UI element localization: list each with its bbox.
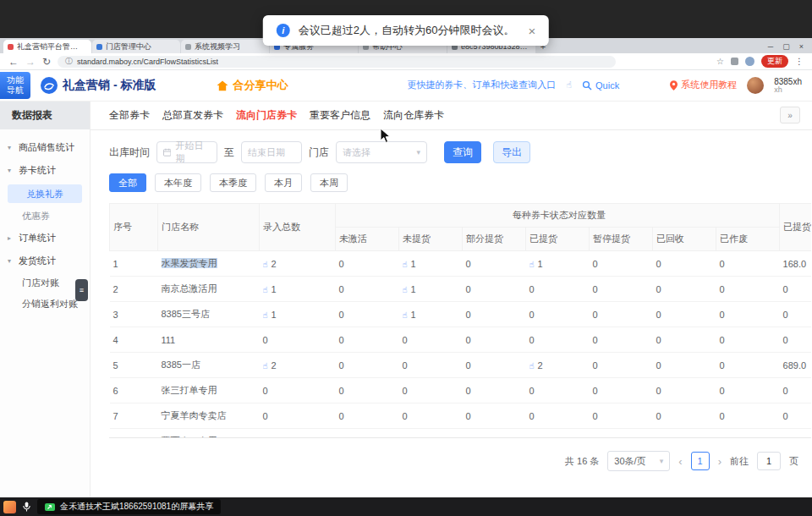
- tab-warehouse-flow-cards[interactable]: 流向仓库券卡: [383, 108, 444, 123]
- quick-label: Quick: [595, 80, 619, 91]
- column-header-total: 录入总数: [260, 204, 336, 251]
- pointer-link-icon[interactable]: ☝: [263, 260, 268, 269]
- sidebar-item-card-stats[interactable]: ▾ 券卡统计: [0, 159, 90, 182]
- pointer-link-icon[interactable]: ☝: [403, 260, 408, 269]
- sidebar-title: 数据报表: [0, 102, 90, 129]
- url-field[interactable]: ⓘ standard.maboy.cn/CardFlowStatisticsLi…: [58, 56, 616, 68]
- screen: i 会议已超过2人，自动转为60分钟限时会议。 × 礼盒营销平台管理中心门店管理…: [0, 0, 812, 516]
- bookmark-icon[interactable]: ☆: [716, 57, 724, 66]
- cell-store-name: 8385一店: [158, 353, 260, 378]
- toast-close-icon[interactable]: ×: [528, 24, 535, 38]
- pointer-link-icon[interactable]: ☝: [529, 361, 535, 371]
- sidebar-item-order-stats[interactable]: ▸ 订单统计: [0, 227, 90, 250]
- search-button[interactable]: 查询: [444, 141, 481, 163]
- cell-count: ☝1: [399, 277, 463, 302]
- tab-hq-direct-cards[interactable]: 总部直发券卡: [162, 108, 223, 123]
- goto-page-input[interactable]: [757, 452, 781, 470]
- screen-share-pill: 金禾通技术王斌18662591081的屏幕共享: [37, 499, 221, 514]
- column-header-amount: 已提货金额: [780, 204, 811, 251]
- sidebar-item-exchange-coupon[interactable]: 兑换礼券: [8, 184, 82, 203]
- cell-count: 0: [590, 353, 653, 378]
- pointer-link-icon[interactable]: ☝: [263, 310, 268, 320]
- pointer-link-icon[interactable]: ☝: [263, 361, 268, 371]
- cell-count: 0: [336, 302, 399, 327]
- tab-key-customer-info[interactable]: 重要客户信息: [310, 108, 370, 123]
- quick-filter-month[interactable]: 本月: [265, 173, 302, 192]
- share-app-icon[interactable]: [3, 501, 16, 513]
- cell-count: 0: [653, 327, 716, 353]
- reload-icon[interactable]: ↻: [42, 56, 51, 68]
- sidebar: 数据报表 ▾ 商品销售统计 ▾ 券卡统计 兑换礼券 优惠券 ▸ 订单统计: [0, 102, 91, 497]
- quick-filter-quarter[interactable]: 本季度: [210, 173, 256, 192]
- quick-filter-week[interactable]: 本周: [310, 173, 348, 192]
- close-window-button[interactable]: ×: [799, 42, 804, 51]
- screen-share-text: 金禾通技术王斌18662591081的屏幕共享: [60, 501, 213, 513]
- cell-count: 0: [653, 429, 716, 439]
- cell-count: ☝1: [399, 251, 463, 277]
- browser-tab[interactable]: 礼盒营销平台管理中心: [3, 40, 91, 53]
- user-block[interactable]: 8385xh xh: [774, 77, 802, 95]
- store-name-text: 8385三号店: [162, 309, 210, 319]
- pointer-link-icon[interactable]: ☝: [403, 285, 408, 294]
- end-date-input[interactable]: 结束日期: [241, 141, 302, 163]
- minimize-button[interactable]: ─: [768, 42, 773, 51]
- back-icon[interactable]: ←: [8, 56, 19, 68]
- cell-count: 0: [716, 277, 780, 302]
- sidebar-item-discount-coupon[interactable]: 优惠券: [0, 206, 90, 227]
- next-page-icon[interactable]: ›: [718, 455, 721, 468]
- quick-entry-link[interactable]: 更快捷的券卡、订单和快递查询入口: [407, 79, 556, 91]
- start-date-input[interactable]: 开始日期: [156, 141, 217, 163]
- pointer-link-icon[interactable]: ☝: [263, 285, 268, 294]
- cell-no: 6: [110, 378, 158, 403]
- cell-count: ☝2: [526, 353, 590, 378]
- content-tabs: 全部券卡 总部直发券卡 流向门店券卡 重要客户信息 流向仓库券卡: [91, 102, 812, 130]
- maximize-button[interactable]: ▢: [782, 42, 790, 51]
- browser-tab[interactable]: 系统视频学习: [181, 40, 269, 53]
- cell-no: 4: [110, 327, 158, 353]
- page-size-select[interactable]: 30条/页 ▾: [607, 451, 670, 471]
- quick-filter-year[interactable]: 本年度: [155, 173, 201, 192]
- brand: 礼盒营销 - 标准版: [41, 77, 156, 94]
- cell-count: ☝4: [526, 429, 590, 439]
- app-header: 功能 导航 礼盒营销 - 标准版 合分享中心 更快捷的券卡、订单和快递查询入口: [0, 70, 812, 102]
- microphone-icon[interactable]: [22, 501, 31, 513]
- cell-count: 0: [463, 378, 526, 403]
- column-header-voided: 已作废: [716, 228, 780, 251]
- tab-all-cards[interactable]: 全部券卡: [109, 108, 150, 123]
- table-row: 6张三打单专用000000000: [110, 378, 812, 403]
- store-name-text: 南京总激活用: [162, 283, 217, 294]
- share-center-label: 合分享中心: [233, 78, 288, 93]
- user-avatar[interactable]: [747, 77, 764, 94]
- cell-count: 0: [716, 353, 780, 378]
- cell-count: 0: [716, 378, 780, 403]
- browser-update-button[interactable]: 更新: [761, 55, 788, 68]
- page-number-button[interactable]: 1: [691, 452, 710, 470]
- prev-page-icon[interactable]: ‹: [678, 455, 682, 468]
- cell-count: ☝1: [260, 302, 336, 327]
- sidebar-item-product-sales[interactable]: ▾ 商品销售统计: [0, 136, 90, 159]
- sidebar-item-shipping-stats[interactable]: ▾ 发货统计: [0, 250, 90, 272]
- tabs-overflow-button[interactable]: »: [780, 107, 800, 124]
- cell-count: 0: [526, 378, 590, 403]
- function-nav-button[interactable]: 功能 导航: [0, 72, 30, 99]
- site-info-icon[interactable]: ⓘ: [65, 56, 73, 67]
- tab-store-flow-cards[interactable]: 流向门店券卡: [236, 108, 297, 123]
- browser-profile-icon[interactable]: [745, 57, 754, 66]
- store-name-text: 张三打单专用: [162, 385, 217, 395]
- cell-count: 0: [653, 353, 716, 378]
- quick-filter-all[interactable]: 全部: [109, 173, 146, 192]
- browser-tab[interactable]: 门店管理中心: [92, 40, 180, 53]
- browser-menu-icon[interactable]: ⋮: [795, 57, 804, 66]
- export-button[interactable]: 导出: [493, 141, 530, 163]
- tutorial-link[interactable]: 系统使用教程: [670, 79, 737, 91]
- pointer-link-icon[interactable]: ☝: [403, 310, 408, 320]
- share-center-link[interactable]: 合分享中心: [217, 78, 288, 93]
- cell-count: 0: [463, 277, 526, 302]
- column-header-picked: 已提货: [526, 228, 590, 251]
- quick-search[interactable]: Quick: [582, 80, 619, 91]
- extensions-icon[interactable]: [731, 58, 738, 65]
- sidebar-collapse-handle[interactable]: ≡: [75, 279, 88, 301]
- pointer-link-icon[interactable]: ☝: [529, 260, 535, 269]
- cell-count: 0: [526, 403, 590, 429]
- forward-icon[interactable]: →: [25, 56, 36, 68]
